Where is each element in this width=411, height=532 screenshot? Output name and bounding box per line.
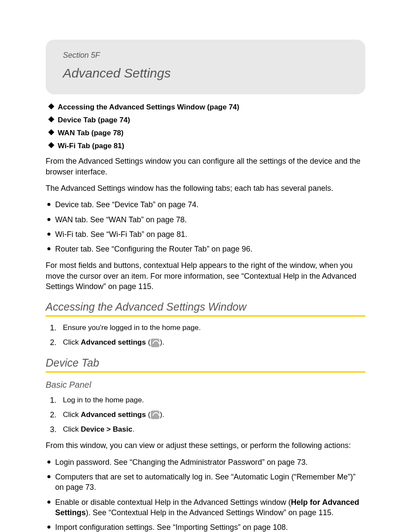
toc-list: Accessing the Advanced Settings Window (… [46, 102, 365, 151]
page-title: Advanced Settings [63, 64, 348, 82]
step-text: Click [63, 411, 81, 419]
list-item: Import configuration settings. See “Impo… [55, 522, 365, 532]
heading-accessing: Accessing the Advanced Settings Window [46, 299, 365, 317]
list-item: Computers that are set to automatically … [55, 472, 365, 493]
list-item: Enable or disable contextual Help in the… [55, 497, 365, 518]
ui-label-bold: Advanced settings [81, 411, 146, 419]
ui-label-bold: Device > Basic [81, 425, 133, 433]
step-item: Log in to the home page. [63, 395, 365, 405]
section-label: Section 5F [63, 50, 348, 61]
step-text: . [132, 425, 134, 433]
body-text: From this window, you can view or adjust… [46, 440, 365, 451]
document-page: Section 5F Advanced Settings Accessing t… [0, 0, 411, 532]
step-item: Click Device > Basic. [63, 424, 365, 435]
toc-item[interactable]: Accessing the Advanced Settings Window (… [58, 102, 365, 112]
wrench-icon [151, 339, 159, 347]
tabs-bullet-list: Device tab. See “Device Tab” on page 74.… [46, 199, 365, 254]
ui-label-bold: Advanced settings [81, 338, 146, 346]
list-text: Enable or disable contextual Help in the… [55, 498, 291, 507]
step-item: Click Advanced settings (). [63, 337, 365, 348]
list-text: ). See “Contextual Help in the Advanced … [86, 508, 333, 517]
step-text: Click [63, 425, 81, 433]
step-text: ( [146, 338, 150, 346]
toc-item[interactable]: Device Tab (page 74) [58, 115, 365, 125]
heading-basic-panel: Basic Panel [46, 379, 365, 391]
step-item: Ensure you're logged in to the home page… [63, 323, 365, 333]
step-text: Click [63, 338, 81, 346]
section-header-box: Section 5F Advanced Settings [46, 40, 365, 94]
steps-access-list: Ensure you're logged in to the home page… [46, 323, 365, 348]
step-text: ). [160, 338, 164, 346]
toc-item[interactable]: Wi-Fi Tab (page 81) [58, 141, 365, 151]
step-item: Click Advanced settings (). [63, 410, 365, 420]
list-item: Device tab. See “Device Tab” on page 74. [55, 199, 365, 210]
step-text: ). [160, 411, 164, 419]
steps-basic-list: Log in to the home page. Click Advanced … [46, 395, 365, 434]
body-text: The Advanced Settings window has the fol… [46, 183, 365, 193]
step-text: ( [146, 411, 150, 419]
wrench-icon [151, 411, 159, 419]
list-item: Router tab. See “Configuring the Router … [55, 244, 365, 254]
body-text: From the Advanced Settings window you ca… [46, 156, 365, 177]
heading-device-tab: Device Tab [46, 355, 365, 373]
list-item: Login password. See “Changing the Admini… [55, 457, 365, 467]
basic-bullet-list: Login password. See “Changing the Admini… [46, 457, 365, 532]
list-item: WAN tab. See “WAN Tab” on page 78. [55, 215, 365, 225]
body-text: For most fields and buttons, contextual … [46, 260, 365, 292]
toc-item[interactable]: WAN Tab (page 78) [58, 128, 365, 138]
list-item: Wi-Fi tab. See “Wi-Fi Tab” on page 81. [55, 229, 365, 240]
